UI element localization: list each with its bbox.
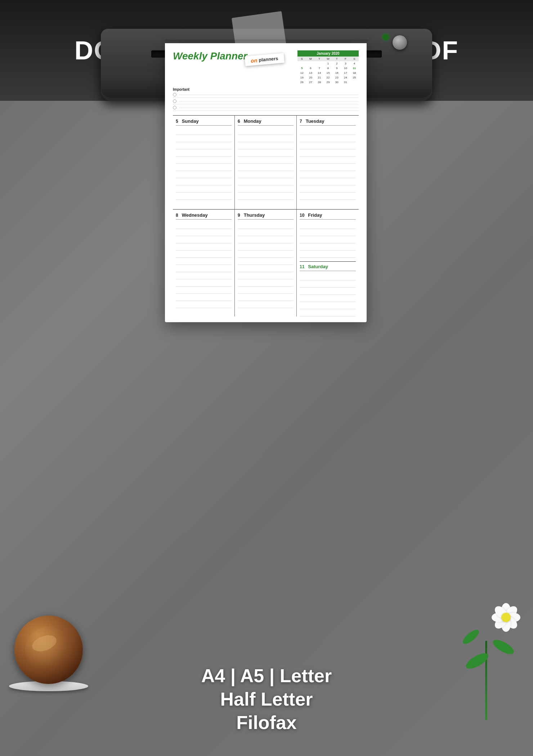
- monday-name: Monday: [244, 118, 261, 124]
- cal-day-m: M: [306, 57, 315, 61]
- thursday-lines: [238, 222, 294, 308]
- tuesday-name: Tuesday: [306, 118, 324, 124]
- monday-header: 6 Monday: [238, 118, 294, 126]
- petals-container: [490, 601, 522, 634]
- monday-lines: [238, 128, 294, 200]
- planner-document: Weekly Planner January 2020 S M T W T F …: [165, 43, 367, 322]
- cal-day-s2: S: [350, 57, 359, 61]
- planner-title-area: Weekly Planner: [173, 50, 247, 62]
- dotted-line-3: [179, 108, 359, 108]
- thursday-header: 9 Thursday: [238, 212, 294, 220]
- dotted-line-2: [179, 101, 359, 102]
- coffee-cup: [14, 616, 83, 684]
- bullet-circle-1: [173, 93, 176, 96]
- important-row-3: [173, 106, 359, 111]
- saturday-section: 11 Saturday: [300, 261, 356, 316]
- saturday-number: 11: [300, 264, 304, 269]
- coffee-cup-decoration: [11, 616, 86, 691]
- important-row-2: [173, 99, 359, 104]
- cal-month-header: January 2020: [297, 50, 359, 57]
- sunday-number: 5: [176, 119, 178, 124]
- bullet-circle-2: [173, 99, 176, 103]
- latte-art: [25, 626, 72, 673]
- thursday-number: 9: [238, 213, 240, 218]
- friday-header: 10 Friday: [300, 212, 356, 220]
- cal-day-t1: T: [315, 57, 324, 61]
- monday-number: 6: [238, 119, 240, 124]
- sunday-lines: [176, 128, 232, 200]
- friday-section: 10 Friday: [300, 212, 356, 258]
- bullet-circle-3: [173, 106, 176, 109]
- printer-knob: [393, 35, 407, 50]
- wednesday-lines: [176, 222, 232, 308]
- day-tuesday: 7 Tuesday: [297, 116, 359, 209]
- important-section: Important: [173, 87, 359, 111]
- friday-number: 10: [300, 213, 304, 218]
- day-sunday: 5 Sunday: [173, 116, 235, 209]
- leaf-right: [491, 637, 516, 657]
- sunday-name: Sunday: [182, 118, 199, 124]
- friday-lines: [300, 222, 356, 258]
- days-row-1: 5 Sunday 6: [173, 115, 359, 209]
- saturday-name: Saturday: [308, 264, 328, 269]
- saturday-header: 11 Saturday: [300, 264, 356, 271]
- day-wednesday: 8 Wednesday: [173, 210, 235, 316]
- saturday-lines: [300, 273, 356, 316]
- brand-planners: planners: [259, 56, 278, 63]
- cal-day-f: F: [341, 57, 350, 61]
- flower-head: [490, 601, 522, 634]
- planner-title: Weekly Planner: [173, 50, 247, 62]
- day-thursday: 9 Thursday: [235, 210, 297, 316]
- brand-on: on: [250, 57, 257, 64]
- mini-calendar: January 2020 S M T W T F S 1 2 3: [297, 50, 359, 85]
- thursday-name: Thursday: [244, 212, 265, 218]
- wednesday-header: 8 Wednesday: [176, 212, 232, 220]
- flower-stem: [485, 641, 487, 720]
- paper-container: Weekly Planner January 2020 S M T W T F …: [165, 40, 368, 322]
- sunday-header: 5 Sunday: [176, 118, 232, 126]
- dotted-line-1: [179, 95, 359, 95]
- flower-center: [501, 613, 511, 622]
- printer-light: [382, 34, 389, 40]
- day-friday-saturday: 10 Friday 11 Saturday: [297, 210, 359, 316]
- coffee-cup-container: [11, 616, 86, 691]
- wednesday-number: 8: [176, 213, 178, 218]
- wednesday-name: Wednesday: [182, 212, 208, 218]
- tuesday-lines: [300, 128, 356, 200]
- cal-days-header: S M T W T F S: [297, 57, 359, 61]
- important-label: Important: [173, 87, 359, 91]
- tuesday-header: 7 Tuesday: [300, 118, 356, 126]
- days-row-2: 8 Wednesday: [173, 209, 359, 316]
- day-monday: 6 Monday: [235, 116, 297, 209]
- cal-day-t2: T: [332, 57, 341, 61]
- paper-shadow: [165, 40, 368, 43]
- cal-day-w: W: [324, 57, 332, 61]
- tuesday-number: 7: [300, 119, 302, 124]
- important-row-1: [173, 93, 359, 98]
- cal-day-s1: S: [297, 57, 306, 61]
- friday-name: Friday: [308, 212, 322, 218]
- cal-grid: 1 2 3 4 5 6 7 8 9 10 11 12 13 14 15 16 1: [297, 61, 359, 85]
- leaf-left-2: [461, 627, 481, 646]
- flower-decoration: [450, 594, 522, 720]
